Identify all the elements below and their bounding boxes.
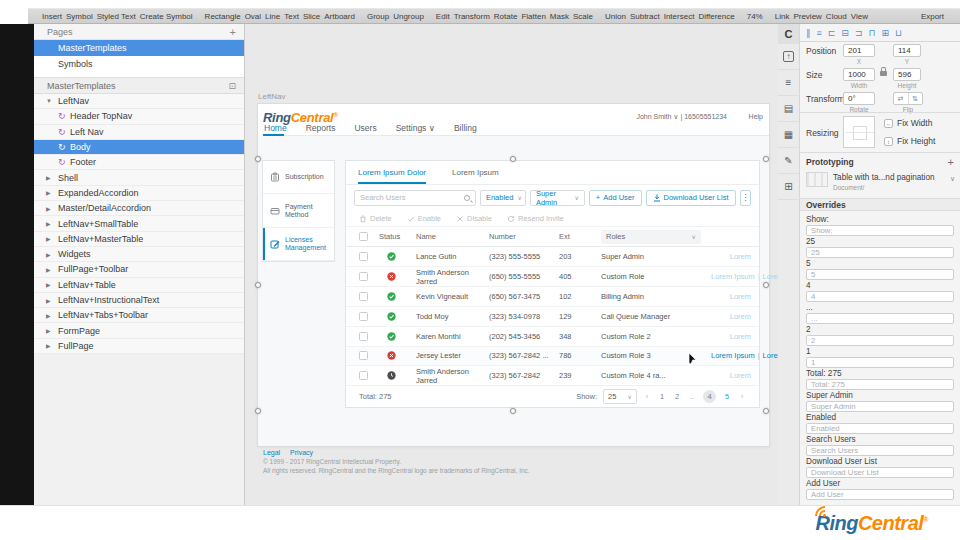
toolbar-item[interactable]: Transform	[454, 12, 490, 21]
override-input[interactable]: Download User List	[806, 467, 954, 478]
disable-action[interactable]: Disable	[456, 214, 492, 223]
layer-row[interactable]: ↻ Footer	[34, 155, 244, 170]
row-action-link[interactable]: Lorem	[730, 332, 751, 341]
height-input[interactable]: 596	[893, 68, 921, 81]
download-user-list-button[interactable]: Download User List	[646, 190, 736, 206]
legal-link[interactable]: Legal	[263, 449, 280, 456]
layer-row[interactable]: ↻ Body	[34, 140, 244, 155]
user-table-row[interactable]: Lance Gutin (323) 555-5555 203 Super Adm…	[346, 247, 759, 267]
menu-item-subscription[interactable]: Subscription	[263, 161, 334, 194]
col-roles-filter[interactable]: Roles∨	[601, 230, 701, 244]
toolbar-item[interactable]: Artboard	[324, 12, 355, 21]
nav-tab[interactable]: Users	[353, 123, 377, 135]
align-icon[interactable]: ⊐	[855, 28, 863, 38]
toolbar-item[interactable]: Styled Text	[97, 12, 136, 21]
toolbar-item[interactable]: Symbol	[66, 12, 93, 21]
symbol-select[interactable]: Table with ta...nd pagination	[833, 173, 945, 182]
position-y-input[interactable]: 114	[893, 44, 921, 57]
row-checkbox[interactable]	[359, 351, 368, 360]
toolbar-item[interactable]: Flatten	[521, 12, 545, 21]
nav-tab[interactable]: Reports	[305, 123, 337, 135]
row-action-link[interactable]: Lorem Ipsum	[711, 351, 755, 360]
status-filter-select[interactable]: Enabled∨	[480, 190, 526, 206]
search-input[interactable]: Search Users	[354, 190, 476, 206]
align-icon[interactable]: ⊟	[841, 28, 849, 38]
resend-invite-action[interactable]: Resend Invite	[507, 214, 564, 223]
override-input[interactable]: ...	[806, 313, 954, 324]
row-checkbox[interactable]	[359, 371, 368, 380]
row-action-link[interactable]: Lorem	[730, 252, 751, 261]
layer-row[interactable]: ▶ ↻ LeftNav+MasterTable	[34, 232, 244, 247]
craft-logo-icon[interactable]: C	[778, 24, 799, 44]
page-size-select[interactable]: 25∨	[603, 389, 637, 404]
toolbar-item[interactable]: Export	[921, 12, 944, 21]
role-filter-select[interactable]: Super Admin∨	[530, 190, 585, 206]
add-user-button[interactable]: + Add User	[589, 190, 642, 206]
selection-handle[interactable]	[255, 156, 261, 162]
row-checkbox[interactable]	[359, 292, 368, 301]
align-icon[interactable]: ∥	[806, 28, 811, 38]
align-icon[interactable]: ≡	[817, 28, 822, 38]
disclosure-triangle-icon[interactable]: ▶	[46, 327, 58, 334]
width-input[interactable]: 1000	[843, 68, 875, 81]
page-button[interactable]: ..	[688, 392, 696, 401]
page-button[interactable]: 4	[703, 390, 716, 403]
selection-handle[interactable]	[255, 408, 261, 414]
override-input[interactable]: Enabled	[806, 423, 954, 434]
layer-row[interactable]: ▶ ↻ LeftNav+InstructionalText	[34, 293, 244, 308]
page-row[interactable]: MasterTemplates	[34, 40, 244, 56]
row-checkbox[interactable]	[359, 252, 368, 261]
toolbar-item[interactable]: Edit	[436, 12, 450, 21]
content-tab[interactable]: Lorem Ipsum Dolor	[358, 161, 426, 184]
layer-row[interactable]: ▼ ↻ LeftNav	[34, 94, 244, 109]
menu-item-licenses-management[interactable]: Licenses Management	[263, 228, 334, 261]
toolbar-item[interactable]: Cloud	[826, 12, 847, 21]
toolbar-item[interactable]: Difference	[698, 12, 734, 21]
toolbar-item[interactable]: Scale	[573, 12, 593, 21]
help-link[interactable]: Help	[749, 113, 763, 120]
layer-row[interactable]: ▶ ↻ ExpandedAccordion	[34, 186, 244, 201]
fix-height-checkbox[interactable]: ↕ Fix Height	[884, 136, 935, 146]
page-button[interactable]: ›	[738, 392, 746, 401]
disclosure-triangle-icon[interactable]: ▶	[46, 312, 58, 319]
disclosure-triangle-icon[interactable]: ▶	[46, 342, 58, 349]
disclosure-triangle-icon[interactable]: ▶	[46, 266, 58, 273]
row-action-link[interactable]: Lorem	[763, 351, 778, 360]
more-actions-button[interactable]: ⋮	[740, 190, 751, 206]
artboard-label[interactable]: LeftNav	[258, 92, 286, 101]
toolbar-item[interactable]: 74%	[747, 12, 763, 21]
toolbar-item[interactable]: Link	[775, 12, 790, 21]
collapse-groups-icon[interactable]: ⊡	[228, 81, 236, 91]
enable-action[interactable]: Enable	[407, 214, 441, 223]
row-action-link[interactable]: Lorem Ipsum	[711, 272, 755, 281]
selection-handle[interactable]	[510, 408, 516, 414]
lock-ratio-icon[interactable]	[880, 71, 887, 76]
override-input[interactable]: 4	[806, 291, 954, 302]
layer-row[interactable]: ▶ ↻ Master/DetailAccordion	[34, 201, 244, 216]
layer-row[interactable]: ▶ ↻ Widgets	[34, 247, 244, 262]
page-button[interactable]: 2	[673, 392, 681, 401]
override-input[interactable]: Show:	[806, 225, 954, 236]
form-icon[interactable]: ▤	[778, 96, 799, 122]
menu-item-payment-method[interactable]: Payment Method	[263, 194, 334, 227]
disclosure-triangle-icon[interactable]: ▼	[46, 98, 58, 104]
user-table-row[interactable]: Smith Anderson Jarred (323) 567-2842 239…	[346, 366, 759, 386]
disclosure-triangle-icon[interactable]: ▶	[46, 205, 58, 212]
layer-row[interactable]: ▶ ↻ LeftNav+SmallTable	[34, 216, 244, 231]
row-action-link[interactable]: Lorem	[730, 312, 751, 321]
override-input[interactable]: 1	[806, 357, 954, 368]
toolbar-item[interactable]: Rectangle	[205, 12, 241, 21]
position-x-input[interactable]: 201	[843, 44, 875, 57]
toolbar-item[interactable]: Ungroup	[393, 12, 424, 21]
user-table-row[interactable]: Todd Moy (323) 534-0978 129 Call Queue M…	[346, 307, 759, 327]
edit-pencil-icon[interactable]: ✎	[778, 148, 799, 174]
align-icon[interactable]: ⊔	[895, 28, 902, 38]
disclosure-triangle-icon[interactable]: ▶	[46, 281, 58, 288]
disclosure-triangle-icon[interactable]: ▶	[46, 189, 58, 196]
stack-icon[interactable]: ≡	[778, 70, 799, 96]
layer-row[interactable]: ↻ Left Nav	[34, 125, 244, 140]
align-icon[interactable]: ⊏	[828, 28, 836, 38]
rotate-input[interactable]: 0°	[843, 92, 875, 105]
layer-row[interactable]: ▶ ↻ Shell	[34, 170, 244, 185]
delete-action[interactable]: Delete	[359, 214, 392, 223]
